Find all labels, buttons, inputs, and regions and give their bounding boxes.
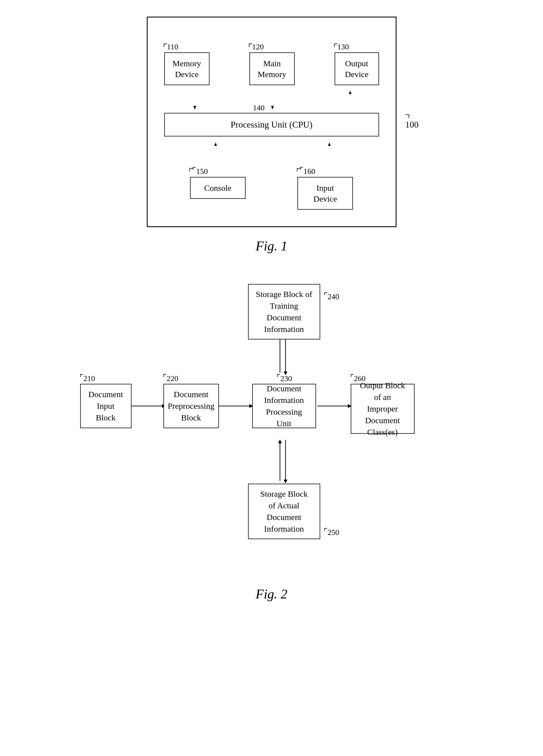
ref-100: 100 <box>405 114 419 130</box>
svg-marker-7 <box>214 143 217 146</box>
svg-marker-5 <box>349 91 352 94</box>
input-device-wrapper: 160 InputDevice <box>298 167 353 210</box>
doc-info-processing-unit: DocumentInformationProcessingUnit <box>252 384 316 428</box>
document-preprocessing-block: DocumentPreprocessingBlock <box>163 384 219 428</box>
main-memory-box: MainMemory <box>249 52 295 85</box>
ref-140: 140 <box>253 103 265 112</box>
output-device-box: OutputDevice <box>335 52 379 85</box>
fig1-top-arrows <box>164 91 381 113</box>
fig2-container: DocumentInputBlock 210 DocumentPreproces… <box>77 270 466 602</box>
ref-220: 220 <box>163 374 178 383</box>
ref-160: 160 <box>300 167 315 176</box>
svg-marker-1 <box>193 106 196 110</box>
ref-210: 210 <box>80 374 95 383</box>
svg-marker-23 <box>284 480 287 483</box>
fig1-bottom-row: 150 Console 160 InputDevice <box>164 167 379 210</box>
fig1-container: 110 MemoryDevice 120 MainMemory 130 Outp… <box>147 17 397 253</box>
cpu-box: Processing Unit (CPU) <box>164 113 379 136</box>
input-device-box: InputDevice <box>298 177 353 210</box>
ref-260: 260 <box>351 374 366 383</box>
memory-device-box: MemoryDevice <box>164 52 209 85</box>
output-device-wrapper: 130 OutputDevice <box>335 42 379 85</box>
fig2-title: Fig. 2 <box>255 586 288 602</box>
ref-240: 240 <box>324 292 339 301</box>
storage-training-block: Storage Block ofTrainingDocumentInformat… <box>248 284 320 339</box>
ref-120: 120 <box>252 42 264 51</box>
svg-marker-9 <box>328 143 331 146</box>
fig1-top-row: 110 MemoryDevice 120 MainMemory 130 Outp… <box>164 31 379 85</box>
console-box: Console <box>190 177 245 199</box>
fig1-outer-box: 110 MemoryDevice 120 MainMemory 130 Outp… <box>147 17 397 227</box>
svg-marker-21 <box>278 440 282 443</box>
document-input-block: DocumentInputBlock <box>80 384 131 428</box>
ref-150: 150 <box>193 167 208 176</box>
fig1-title: Fig. 1 <box>255 238 288 253</box>
main-memory-wrapper: 120 MainMemory <box>249 42 295 85</box>
ref-250: 250 <box>324 528 339 537</box>
ref-110: 110 <box>167 42 178 51</box>
fig1-bottom-arrows <box>164 142 381 167</box>
storage-actual-block: Storage Blockof ActualDocumentInformatio… <box>248 484 320 539</box>
page: 110 MemoryDevice 120 MainMemory 130 Outp… <box>22 17 521 602</box>
ref-230: 230 <box>277 374 292 383</box>
ref-130: 130 <box>338 42 349 51</box>
console-wrapper: 150 Console <box>190 167 245 199</box>
fig2-diagram: DocumentInputBlock 210 DocumentPreproces… <box>77 270 466 575</box>
output-improper-block: Output Blockof an ImproperDocumentClass(… <box>351 384 415 434</box>
memory-device-wrapper: 110 MemoryDevice <box>164 42 209 85</box>
svg-marker-3 <box>271 106 274 110</box>
